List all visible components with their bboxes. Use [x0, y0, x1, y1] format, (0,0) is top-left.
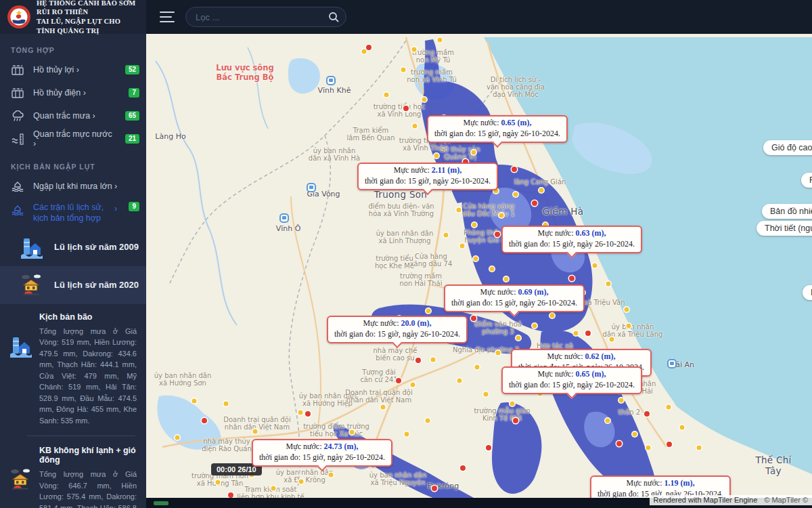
poi-marker-yellow[interactable] — [697, 446, 702, 450]
poi-marker-yellow[interactable] — [216, 480, 221, 485]
search-input[interactable] — [185, 7, 346, 27]
poi-marker-yellow[interactable] — [606, 282, 611, 287]
layer-toggle-pill[interactable]: M — [803, 285, 812, 300]
alert-marker-red[interactable] — [585, 331, 591, 336]
poi-marker-yellow[interactable] — [329, 473, 334, 478]
sidebar-item-quan-trac-mua[interactable]: Quan trắc mưa › 65 — [0, 104, 146, 127]
alert-marker-red[interactable] — [486, 445, 491, 450]
poi-marker-yellow[interactable] — [253, 429, 258, 434]
poi-marker-yellow[interactable] — [667, 405, 671, 410]
poi-marker-yellow[interactable] — [426, 309, 431, 314]
poi-marker-yellow[interactable] — [606, 419, 610, 423]
poi-marker-yellow[interactable] — [384, 93, 389, 98]
poi-marker-yellow[interactable] — [484, 392, 489, 397]
poi-marker-yellow[interactable] — [475, 365, 480, 370]
layer-toggle-pill[interactable]: Thời tiết (nguồn O — [757, 221, 812, 236]
layer-toggle-pill[interactable]: Gió độ cao 10 — [763, 140, 812, 155]
poi-marker-yellow[interactable] — [412, 47, 417, 52]
poi-marker-yellow[interactable] — [271, 486, 276, 491]
poi-marker-yellow[interactable] — [298, 410, 303, 415]
alert-marker-red[interactable] — [667, 442, 672, 447]
poi-marker-yellow[interactable] — [411, 383, 415, 387]
scenario-card-bao[interactable]: Kịch bản bão Tổng lượng mưa ở Giá Vòng: … — [0, 304, 146, 435]
poi-marker-yellow[interactable] — [496, 351, 501, 356]
layer-toggle-pill[interactable]: Bản đồ nhiệt đ — [762, 204, 812, 219]
poi-marker-yellow[interactable] — [516, 336, 521, 341]
poi-marker-yellow[interactable] — [633, 432, 637, 437]
poi-marker-yellow[interactable] — [539, 188, 544, 193]
place-marker-icon[interactable] — [667, 359, 677, 368]
alert-marker-red[interactable] — [569, 276, 574, 281]
poi-marker-yellow[interactable] — [510, 402, 515, 406]
poi-marker-yellow[interactable] — [460, 244, 465, 249]
poi-marker-yellow[interactable] — [401, 68, 406, 72]
poi-marker-yellow[interactable] — [625, 308, 629, 312]
scenario-card-khong-khi-lanh[interactable]: KB không khí lạnh + gió đông Tổng lượng … — [0, 438, 146, 508]
alert-marker-red[interactable] — [495, 232, 500, 237]
alert-marker-red[interactable] — [305, 411, 311, 417]
sidebar-item-lu-2020[interactable]: Lũ lịch sử năm 2020 — [0, 266, 146, 304]
poi-marker-yellow[interactable] — [299, 480, 304, 484]
alert-marker-red[interactable] — [202, 418, 207, 423]
poi-marker-yellow[interactable] — [514, 192, 518, 197]
poi-marker-yellow[interactable] — [610, 337, 614, 342]
sidebar-item-lu-2009[interactable]: Lũ lịch sử năm 2009 — [0, 228, 146, 266]
poi-marker-yellow[interactable] — [593, 263, 597, 268]
poi-marker-yellow[interactable] — [499, 213, 504, 218]
alert-marker-red[interactable] — [471, 316, 476, 321]
poi-marker-yellow[interactable] — [472, 223, 477, 228]
poi-marker-yellow[interactable] — [192, 399, 197, 404]
place-marker-icon[interactable] — [279, 213, 289, 223]
alert-marker-red[interactable] — [366, 45, 371, 50]
alert-marker-red[interactable] — [432, 486, 437, 491]
timeline-handle[interactable] — [154, 501, 168, 505]
alert-marker-red[interactable] — [616, 441, 622, 446]
poi-marker-yellow[interactable] — [533, 324, 537, 329]
poi-marker-yellow[interactable] — [646, 446, 651, 450]
poi-marker-yellow[interactable] — [422, 98, 427, 102]
sidebar-item-ho-thuy-loi[interactable]: Hồ thủy lợi › 52 — [0, 58, 146, 81]
alert-marker-red[interactable] — [644, 411, 650, 417]
poi-marker-yellow[interactable] — [574, 331, 579, 336]
alert-marker-red[interactable] — [512, 167, 517, 172]
poi-marker-yellow[interactable] — [434, 154, 439, 158]
poi-marker-yellow[interactable] — [175, 436, 180, 440]
poi-marker-yellow[interactable] — [457, 208, 461, 213]
poi-marker-yellow[interactable] — [550, 314, 555, 318]
poi-marker-yellow[interactable] — [619, 398, 624, 403]
poi-marker-yellow[interactable] — [474, 257, 478, 261]
poi-marker-yellow[interactable] — [224, 402, 229, 406]
alert-marker-red[interactable] — [415, 358, 421, 363]
alert-marker-red[interactable] — [460, 465, 466, 471]
poi-marker-yellow[interactable] — [381, 405, 386, 410]
poi-marker-yellow[interactable] — [431, 358, 436, 362]
alert-marker-red[interactable] — [513, 418, 518, 423]
alert-marker-red[interactable] — [532, 200, 537, 206]
poi-marker-yellow[interactable] — [413, 124, 418, 129]
poi-marker-yellow[interactable] — [472, 150, 476, 155]
sidebar-item-ho-thuy-dien[interactable]: Hồ thủy điện › 7 — [0, 81, 146, 104]
map-canvas[interactable]: Lưu vực sông Bắc Trung BộVĩnh KhêLàng Ho… — [146, 34, 812, 508]
poi-marker-yellow[interactable] — [444, 233, 449, 238]
sidebar-item-cac-tran-lu-lich-su[interactable]: Các trận lũ lịch sử, kịch bản tổng hợp ›… — [0, 198, 146, 228]
poi-marker-yellow[interactable] — [504, 277, 509, 282]
alert-marker-red[interactable] — [228, 492, 233, 498]
menu-toggle-icon[interactable] — [160, 12, 175, 22]
poi-marker-yellow[interactable] — [627, 324, 631, 329]
poi-marker-yellow[interactable] — [490, 267, 495, 272]
poi-marker-yellow[interactable] — [426, 419, 430, 423]
place-marker-icon[interactable] — [326, 76, 336, 85]
layer-toggle-pill[interactable]: Ra — [801, 173, 812, 188]
sidebar-item-ngap-lut-mua-lon[interactable]: Ngập lụt khi mưa lớn › — [0, 175, 146, 198]
poi-marker-yellow[interactable] — [457, 379, 462, 383]
alert-marker-red[interactable] — [396, 378, 401, 383]
sidebar-item-quan-trac-muc-nuoc[interactable]: Quan trắc mực nước › 21 — [0, 127, 146, 150]
poi-marker-yellow[interactable] — [680, 425, 685, 430]
poi-marker-yellow[interactable] — [362, 49, 367, 54]
search-icon[interactable] — [328, 12, 339, 22]
poi-marker-yellow[interactable] — [405, 432, 409, 437]
poi-marker-yellow[interactable] — [438, 38, 443, 43]
alert-marker-red[interactable] — [403, 106, 409, 111]
place-marker-icon[interactable] — [307, 183, 316, 192]
poi-marker-yellow[interactable] — [350, 430, 355, 435]
